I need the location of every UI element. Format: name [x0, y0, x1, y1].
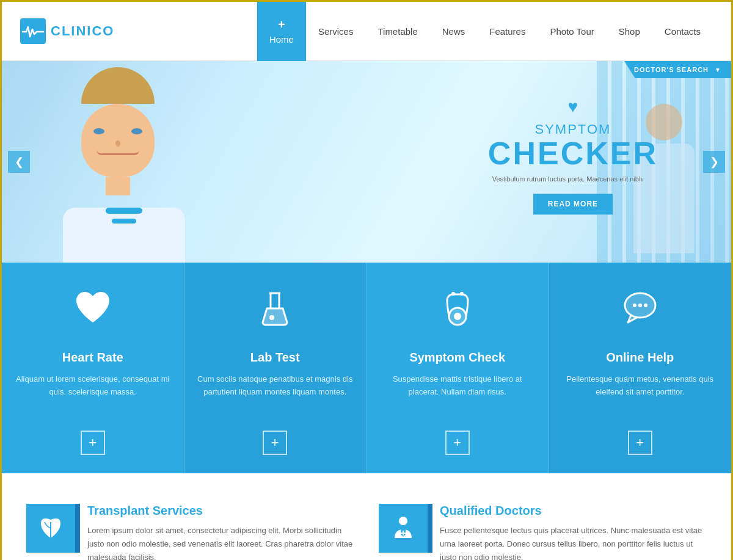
nav-news[interactable]: News	[430, 2, 478, 61]
service-title-heart-rate: Heart Rate	[14, 351, 172, 365]
doctors-title: Qualified Doctors	[440, 504, 707, 518]
hero-prev-button[interactable]: ❮	[8, 151, 30, 173]
nav-news-label: News	[442, 26, 465, 37]
service-card-heart-rate: Heart Rate Aliquam ut lorem scelerisque,…	[2, 263, 184, 473]
svg-point-11	[633, 304, 636, 307]
prev-arrow-icon: ❮	[15, 155, 24, 169]
doctors-search-label: DOCTOR'S SEARCH	[634, 66, 709, 73]
svg-point-9	[460, 292, 464, 296]
next-arrow-icon: ❯	[710, 155, 719, 169]
online-help-icon	[561, 287, 720, 338]
service-card-lab-test: Lab Test Cum sociis natoque penatibus et…	[184, 263, 367, 473]
nav-photo-tour[interactable]: Photo Tour	[538, 2, 606, 61]
hero-cta-button[interactable]: READ MORE	[533, 194, 613, 214]
nav-timetable[interactable]: Timetable	[365, 2, 429, 61]
nav-timetable-label: Timetable	[377, 26, 417, 37]
plus-icon-heart-rate: +	[89, 435, 97, 451]
service-card-symptom-check: Symptom Check Suspendisse mattis tristiq…	[366, 263, 549, 473]
doctors-search-badge[interactable]: DOCTOR'S SEARCH ▼	[624, 61, 731, 78]
transplant-desc: Lorem ipsum dolor sit amet, consectetur …	[87, 524, 354, 560]
logo-icon	[20, 18, 46, 44]
nav-shop[interactable]: Shop	[607, 2, 652, 61]
services-section: Heart Rate Aliquam ut lorem scelerisque,…	[2, 263, 731, 473]
doctors-content: Qualified Doctors Fusce pellentesque lec…	[440, 504, 707, 560]
service-title-online-help: Online Help	[561, 351, 720, 365]
nav-photo-tour-label: Photo Tour	[550, 26, 594, 37]
site-header: CLINICO + Home Services Timetable News F…	[2, 2, 731, 61]
service-desc-online-help: Pellentesque quam metus, venenatis quis …	[561, 373, 720, 410]
info-section: Transplant Services Lorem ipsum dolor si…	[2, 473, 731, 560]
doctor-icon	[390, 515, 417, 542]
hero-slider: DOCTOR'S SEARCH ▼ ♥ SYMPTOM CHECKER Vest…	[2, 61, 731, 263]
nav-contacts-label: Contacts	[665, 26, 701, 37]
nav-shop-label: Shop	[619, 26, 640, 37]
hero-subtitle: Vestibulum rutrum luctus porta. Maecenas…	[488, 175, 647, 183]
plus-icon-lab-test: +	[271, 435, 279, 451]
service-desc-lab-test: Cum sociis natoque penatibus et magnis d…	[197, 373, 354, 410]
doctors-icon-box	[379, 504, 428, 553]
info-item-transplant: Transplant Services Lorem ipsum dolor si…	[26, 504, 354, 560]
service-title-symptom-check: Symptom Check	[379, 351, 536, 365]
service-title-lab-test: Lab Test	[197, 351, 354, 365]
plus-icon: +	[278, 18, 285, 32]
hero-next-button[interactable]: ❯	[703, 151, 725, 173]
service-plus-symptom-check[interactable]: +	[445, 431, 470, 455]
nav-home-label: Home	[269, 34, 294, 45]
nav-services-label: Services	[318, 26, 354, 37]
logo[interactable]: CLINICO	[20, 18, 114, 44]
hero-heart-icon: ♥	[488, 97, 658, 117]
nav-features-label: Features	[489, 26, 525, 37]
symptom-check-icon	[379, 287, 536, 338]
doctors-desc: Fusce pellentesque lectus quis placerat …	[440, 524, 707, 560]
svg-point-14	[399, 517, 407, 525]
main-nav: + Home Services Timetable News Features …	[257, 2, 713, 61]
transplant-title: Transplant Services	[87, 504, 354, 518]
plus-icon-online-help: +	[636, 435, 644, 451]
hero-doctor	[26, 61, 258, 263]
svg-point-13	[644, 304, 647, 307]
service-plus-lab-test[interactable]: +	[263, 431, 287, 455]
service-desc-heart-rate: Aliquam ut lorem scelerisque, consequat …	[14, 373, 172, 410]
dropdown-arrow-icon: ▼	[715, 67, 721, 73]
site-name: CLINICO	[51, 23, 114, 39]
leaf-icon	[37, 515, 64, 542]
service-plus-heart-rate[interactable]: +	[81, 431, 105, 455]
svg-point-4	[269, 315, 274, 320]
hero-content: ♥ SYMPTOM CHECKER Vestibulum rutrum luct…	[488, 97, 658, 214]
info-item-doctors: Qualified Doctors Fusce pellentesque lec…	[379, 504, 707, 560]
svg-point-6	[454, 313, 461, 320]
transplant-icon-box	[26, 504, 75, 553]
lab-test-icon	[197, 287, 354, 338]
service-desc-symptom-check: Suspendisse mattis tristique libero at p…	[379, 373, 536, 410]
hero-title-lg: CHECKER	[488, 137, 658, 169]
heart-rate-icon	[14, 287, 172, 338]
nav-contacts[interactable]: Contacts	[652, 2, 713, 61]
nav-services[interactable]: Services	[306, 2, 366, 61]
svg-point-12	[638, 304, 642, 307]
nav-home[interactable]: + Home	[257, 2, 306, 61]
transplant-content: Transplant Services Lorem ipsum dolor si…	[87, 504, 354, 560]
plus-icon-symptom-check: +	[453, 435, 461, 451]
service-card-online-help: Online Help Pellentesque quam metus, ven…	[549, 263, 732, 473]
nav-features[interactable]: Features	[477, 2, 538, 61]
service-plus-online-help[interactable]: +	[628, 431, 652, 455]
svg-point-8	[451, 292, 455, 296]
